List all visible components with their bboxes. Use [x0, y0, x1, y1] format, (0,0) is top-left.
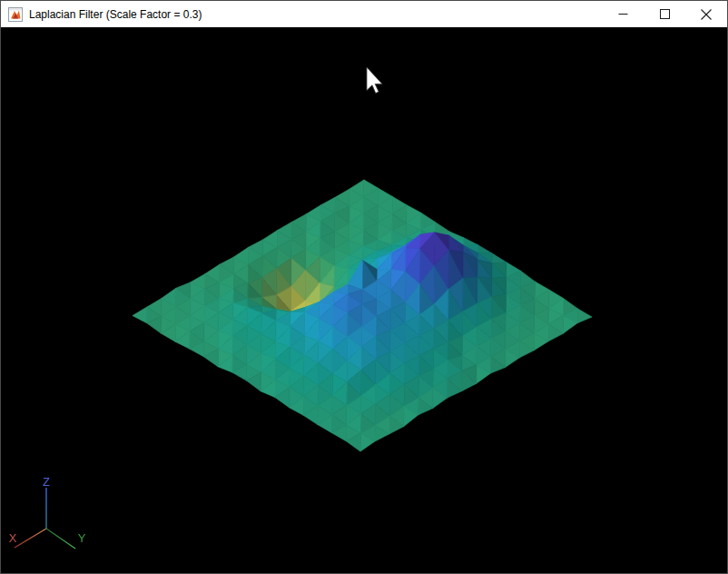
maximize-icon — [660, 9, 670, 19]
maximize-button[interactable] — [644, 1, 685, 27]
minimize-button[interactable] — [602, 1, 644, 27]
titlebar[interactable]: Laplacian Filter (Scale Factor = 0.3) — [1, 1, 727, 27]
close-icon — [701, 9, 712, 20]
close-button[interactable] — [685, 1, 727, 27]
figure-window: Laplacian Filter (Scale Factor = 0.3) — [0, 0, 728, 574]
viewer-client-area: X Y Z — [1, 27, 727, 574]
window-title: Laplacian Filter (Scale Factor = 0.3) — [29, 8, 602, 21]
matlab-figure-icon — [8, 7, 23, 22]
surface-plot[interactable] — [1, 27, 727, 574]
window-controls — [602, 1, 727, 27]
minimize-icon — [618, 9, 628, 19]
